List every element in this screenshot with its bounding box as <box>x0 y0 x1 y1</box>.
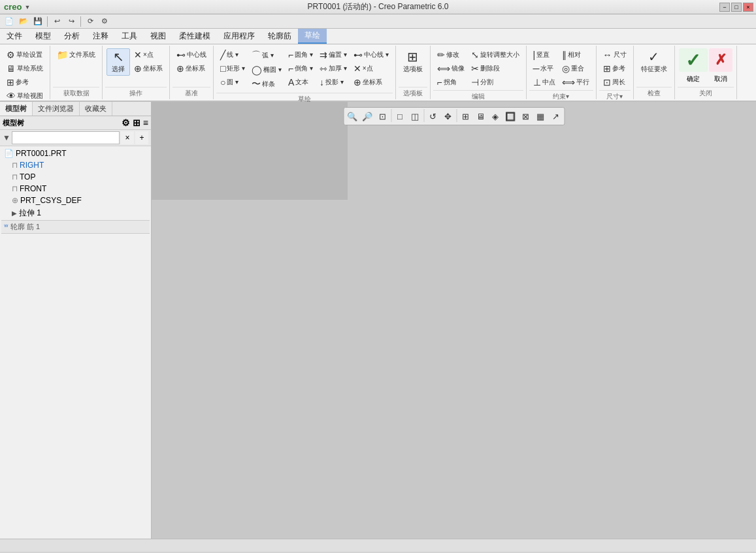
tree-item-csys[interactable]: ⊕ PRT_CSYS_DEF <box>1 195 150 206</box>
vp-view[interactable]: ◫ <box>408 109 422 123</box>
sketch-setup-btn[interactable]: ⚙ 草绘设置 <box>4 48 46 61</box>
file-system-btn[interactable]: 📁 文件系统 <box>54 48 98 61</box>
datum-coord-icon: ⊕ <box>176 63 184 74</box>
modify-btn[interactable]: ✏ 修改 <box>435 48 467 61</box>
tab-file-browser[interactable]: 文件浏览器 <box>33 102 80 116</box>
tree-settings-icon[interactable]: ⚙ <box>122 118 130 128</box>
vp-arrow[interactable]: ↗ <box>548 109 563 123</box>
qa-new[interactable]: 📄 <box>3 16 16 27</box>
cancel-btn[interactable]: ✗ <box>709 48 732 72</box>
sketch-cl-btn[interactable]: ⊷ 中心线 ▾ <box>351 48 391 61</box>
tree-item-front[interactable]: ⊓ FRONT <box>1 183 150 195</box>
vp-display1[interactable]: 🔲 <box>503 109 518 123</box>
minimize-button[interactable]: − <box>719 3 730 12</box>
tree-item-prt[interactable]: 📄 PRT0001.PRT <box>1 148 150 159</box>
qa-regenerate[interactable]: ⟳ <box>84 16 97 27</box>
xpoint-btn[interactable]: ✕ ×点 <box>131 48 165 61</box>
delete-seg-btn[interactable]: ✂ 删除段 <box>468 62 522 75</box>
vertical-btn[interactable]: | 竖直 <box>531 48 558 61</box>
vp-box[interactable]: □ <box>393 109 407 123</box>
tree-item-extrude[interactable]: ▶ 拉伸 1 <box>1 206 150 220</box>
menu-annotation[interactable]: 注释 <box>86 29 115 44</box>
fillet-btn[interactable]: ⌐ 圆角 ▾ <box>286 48 316 61</box>
menu-view[interactable]: 视图 <box>144 29 173 44</box>
tree-expand-icon[interactable]: ⊞ <box>133 118 140 128</box>
menu-analysis[interactable]: 分析 <box>58 29 86 44</box>
relative-btn[interactable]: ∥ 相对 <box>559 48 592 61</box>
menu-flexible[interactable]: 柔性建模 <box>173 29 217 44</box>
tree-more-icon[interactable]: ≡ <box>143 118 148 128</box>
midpoint-btn[interactable]: ⊥ 中点 <box>531 76 558 89</box>
tree-item-right[interactable]: ⊓ RIGHT <box>1 159 150 171</box>
spline-btn[interactable]: 〜 样条 <box>249 77 284 91</box>
offset-btn[interactable]: ⇉ 偏置 ▾ <box>317 48 350 61</box>
confirm-btn[interactable]: ✓ <box>679 48 708 72</box>
vp-orient[interactable]: ⊞ <box>458 109 472 123</box>
search-add-btn[interactable]: + <box>135 131 148 144</box>
menu-tools[interactable]: 工具 <box>115 29 144 44</box>
tree-item-top[interactable]: ⊓ TOP <box>1 171 150 183</box>
datum-coord-btn[interactable]: ⊕ 坐标系 <box>174 62 209 75</box>
tab-favorites[interactable]: 收藏夹 <box>80 102 112 116</box>
section-header[interactable]: ʷ 轮廓 筋 1 <box>1 220 150 234</box>
coord-btn[interactable]: ⊕ 坐标系 <box>131 62 165 75</box>
palette-btn[interactable]: ⊞ 选项板 <box>400 48 426 76</box>
thicken-btn[interactable]: ⇿ 加厚 ▾ <box>317 62 350 75</box>
vp-display3[interactable]: ▦ <box>533 109 548 123</box>
perimeter-btn[interactable]: ⊡ 周长 <box>600 76 629 89</box>
rotate-resize-btn[interactable]: ⤡ 旋转调整大小 <box>468 48 522 61</box>
reference-btn[interactable]: ⊞ 参考 <box>4 76 46 89</box>
menu-file[interactable]: 文件 <box>0 29 29 44</box>
project-btn[interactable]: ↓ 投影 ▾ <box>317 76 350 89</box>
qa-save[interactable]: 💾 <box>31 16 44 27</box>
ellipse-btn[interactable]: ◯ 椭圆 ▾ <box>249 63 284 76</box>
vp-zoom-out[interactable]: 🔎 <box>360 109 374 123</box>
arc-btn[interactable]: ⌒ 弧 ▾ <box>249 48 284 63</box>
project-icon: ↓ <box>320 77 324 87</box>
dimension-btn[interactable]: ↔ 尺寸 <box>600 48 629 61</box>
viewport[interactable]: 🔍 🔎 ⊡ □ ◫ ↺ ✥ ⊞ 🖥 ◈ 🔲 ⊠ ▦ ↗ <box>152 102 756 539</box>
vp-pan[interactable]: ✥ <box>440 109 455 123</box>
parallel-btn[interactable]: ⟺ 平行 <box>559 76 592 89</box>
qa-open[interactable]: 📂 <box>17 16 30 27</box>
dim-ref-btn[interactable]: ⊞ 参考 <box>600 62 629 75</box>
close-button[interactable]: × <box>743 3 753 12</box>
sketch-coord-btn[interactable]: ⊕ 坐标系 <box>351 76 391 89</box>
coincident-btn[interactable]: ◎ 重合 <box>559 62 592 75</box>
sketch-system-btn[interactable]: 🖥 草绘系统 <box>4 62 46 75</box>
feature-req-btn[interactable]: ✓ 特征要求 <box>638 48 670 76</box>
line-btn[interactable]: ╱ 线 ▾ <box>218 48 248 61</box>
search-clear-btn[interactable]: × <box>121 131 134 144</box>
mirror-btn[interactable]: ⟺ 镜像 <box>435 62 467 75</box>
menu-model[interactable]: 模型 <box>29 29 58 44</box>
search-input[interactable] <box>12 131 120 144</box>
vp-fit[interactable]: ⊡ <box>375 109 389 123</box>
maximize-button[interactable]: □ <box>731 3 742 12</box>
menu-rib[interactable]: 轮廓筋 <box>261 29 298 44</box>
qa-undo[interactable]: ↩ <box>50 16 63 27</box>
sketch-view-btn[interactable]: 👁 草绘视图 <box>4 89 46 103</box>
circle-btn[interactable]: ○ 圆 ▾ <box>218 76 248 89</box>
vp-shading[interactable]: ◈ <box>488 109 502 123</box>
text-btn[interactable]: A 文本 <box>286 76 316 89</box>
corner-btn[interactable]: ⌐ 拐角 <box>435 76 467 89</box>
vp-zoom-in[interactable]: 🔍 <box>345 109 359 123</box>
dim-ref-label: 参考 <box>612 64 625 73</box>
vp-display2[interactable]: ⊠ <box>518 109 533 123</box>
centerline-btn[interactable]: ⊷ 中心线 <box>174 48 209 61</box>
qa-settings[interactable]: ⚙ <box>98 16 111 27</box>
palette-icon: ⊞ <box>407 50 418 63</box>
select-btn[interactable]: ↖ 选择 <box>107 48 130 76</box>
menu-apps[interactable]: 应用程序 <box>217 29 261 44</box>
tab-model-tree[interactable]: 模型树 <box>0 102 33 116</box>
qa-redo[interactable]: ↪ <box>65 16 78 27</box>
vp-render[interactable]: 🖥 <box>473 109 487 123</box>
chamfer-btn[interactable]: ⌐ 倒角 ▾ <box>286 62 316 75</box>
perimeter-icon: ⊡ <box>603 77 611 87</box>
rect-btn[interactable]: □ 矩形 ▾ <box>218 62 248 75</box>
horizontal-btn[interactable]: ─ 水平 <box>531 62 558 75</box>
split-btn[interactable]: ⊣ 分割 <box>468 76 522 89</box>
sketch-xpt-btn[interactable]: ✕ ×点 <box>351 62 391 75</box>
vp-rotate[interactable]: ↺ <box>425 109 440 123</box>
menu-sketch[interactable]: 草绘 <box>298 29 327 44</box>
